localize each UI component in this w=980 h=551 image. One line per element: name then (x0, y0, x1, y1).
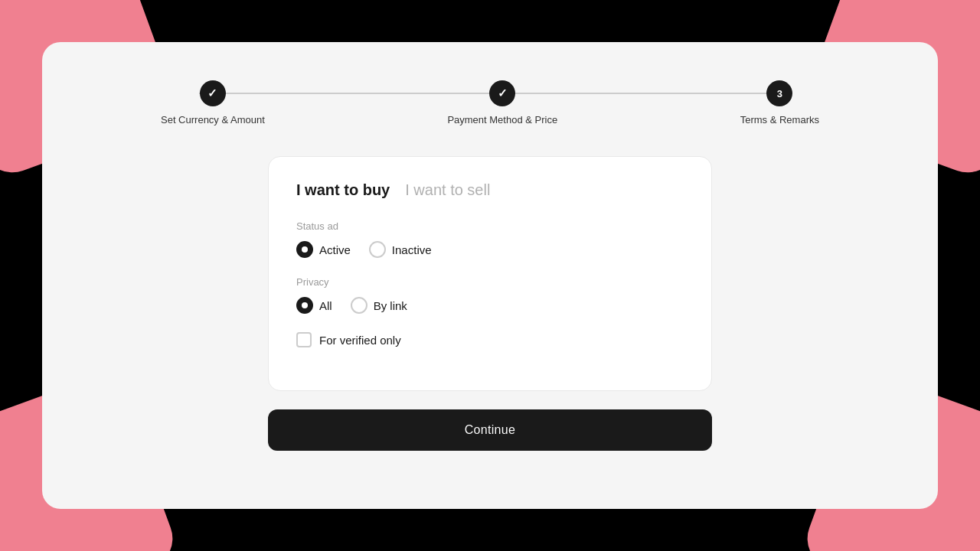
privacy-all-option[interactable]: All (296, 297, 332, 314)
step-3-label: Terms & Remarks (740, 114, 819, 126)
step-2-circle: ✓ (489, 80, 515, 106)
step-2-icon: ✓ (498, 86, 508, 100)
privacy-bylink-label: By link (374, 299, 407, 312)
continue-button[interactable]: Continue (268, 409, 712, 451)
verified-checkbox[interactable] (296, 332, 312, 347)
privacy-label: Privacy (296, 276, 684, 288)
step-2-label: Payment Method & Price (447, 114, 557, 126)
status-inactive-label: Inactive (392, 243, 432, 256)
inner-card: I want to buy I want to sell Status ad A… (268, 156, 712, 391)
status-active-radio[interactable] (296, 241, 313, 258)
step-1-label: Set Currency & Amount (161, 114, 265, 126)
step-1: ✓ Set Currency & Amount (161, 80, 265, 126)
step-3: 3 Terms & Remarks (740, 80, 819, 126)
status-inactive-option[interactable]: Inactive (369, 241, 432, 258)
tab-header: I want to buy I want to sell (296, 181, 684, 199)
privacy-section: Privacy All By link (296, 276, 684, 314)
verified-label: For verified only (319, 334, 401, 347)
status-active-label: Active (319, 243, 351, 256)
verified-checkbox-option[interactable]: For verified only (296, 332, 684, 347)
privacy-radio-group: All By link (296, 297, 684, 314)
verified-section: For verified only (296, 332, 684, 347)
privacy-bylink-radio[interactable] (351, 297, 368, 314)
status-inactive-radio[interactable] (369, 241, 386, 258)
tab-buy[interactable]: I want to buy (296, 181, 390, 199)
stepper: ✓ Set Currency & Amount ✓ Payment Method… (161, 80, 819, 126)
status-radio-group: Active Inactive (296, 241, 684, 258)
main-card: ✓ Set Currency & Amount ✓ Payment Method… (42, 42, 938, 509)
step-3-icon: 3 (777, 88, 782, 99)
status-active-option[interactable]: Active (296, 241, 351, 258)
privacy-bylink-option[interactable]: By link (351, 297, 407, 314)
step-1-icon: ✓ (207, 86, 217, 100)
step-1-circle: ✓ (200, 80, 226, 106)
step-3-circle: 3 (766, 80, 792, 106)
status-label: Status ad (296, 220, 684, 232)
status-section: Status ad Active Inactive (296, 220, 684, 258)
privacy-all-radio[interactable] (296, 297, 313, 314)
privacy-all-label: All (319, 299, 332, 312)
step-2: ✓ Payment Method & Price (447, 80, 557, 126)
tab-sell[interactable]: I want to sell (405, 181, 490, 199)
